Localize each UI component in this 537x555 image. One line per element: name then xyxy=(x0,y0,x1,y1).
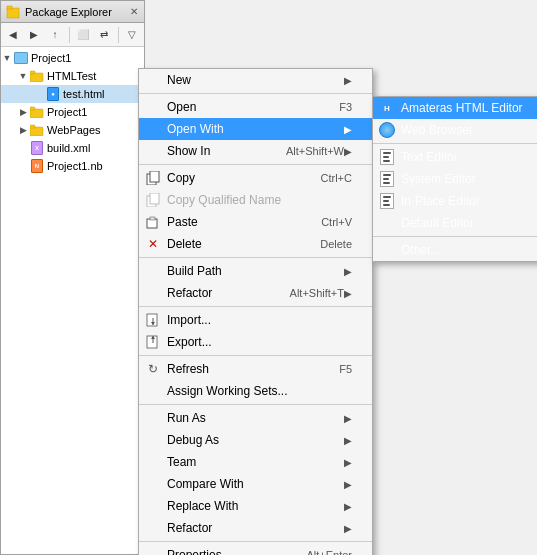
project1-sub-label: Project1 xyxy=(47,106,87,118)
submenu-web-browser[interactable]: Web Browser xyxy=(373,119,537,141)
svg-rect-13 xyxy=(150,217,155,220)
svg-rect-3 xyxy=(30,71,35,74)
tree-item-test-html[interactable]: ● test.html xyxy=(1,85,144,103)
project1-icon xyxy=(13,50,29,66)
context-menu: New ▶ Open F3 Open With ▶ H Amateras HTM… xyxy=(138,68,373,555)
export-icon xyxy=(145,334,161,350)
other-label: Other... xyxy=(401,243,440,257)
menu-item-refactor2[interactable]: Refactor ▶ xyxy=(139,517,372,539)
menu-item-show-in[interactable]: Show In Alt+Shift+W ▶ xyxy=(139,140,372,162)
svg-rect-2 xyxy=(30,73,43,82)
menu-item-delete[interactable]: ✕ Delete Delete xyxy=(139,233,372,255)
menu-new-arrow: ▶ xyxy=(344,75,352,86)
copy-icon xyxy=(145,170,161,186)
menu-item-run-as[interactable]: Run As ▶ xyxy=(139,407,372,429)
menu-item-build-path[interactable]: Build Path ▶ xyxy=(139,260,372,282)
menu-refactor-shortcut: Alt+Shift+T xyxy=(290,287,344,299)
menu-item-replace-with[interactable]: Replace With ▶ xyxy=(139,495,372,517)
menu-properties-shortcut: Alt+Enter xyxy=(306,549,352,555)
submenu-system-editor[interactable]: System Editor xyxy=(373,168,537,190)
svg-rect-6 xyxy=(30,127,43,136)
tree-item-htmltest[interactable]: ▼ HTMLTest xyxy=(1,67,144,85)
menu-sep-3 xyxy=(139,257,372,258)
toolbar-back-button[interactable]: ◀ xyxy=(3,25,22,45)
menu-run-as-arrow: ▶ xyxy=(344,413,352,424)
tree-item-project1-nb[interactable]: N Project1.nb xyxy=(1,157,144,175)
tree-expand-htmltest[interactable]: ▼ xyxy=(17,70,29,82)
menu-item-refactor[interactable]: Refactor Alt+Shift+T ▶ xyxy=(139,282,372,304)
menu-team-arrow: ▶ xyxy=(344,457,352,468)
menu-refactor2-label: Refactor xyxy=(167,521,344,535)
package-explorer-icon xyxy=(5,4,21,20)
menu-item-assign-working-sets[interactable]: Assign Working Sets... xyxy=(139,380,372,402)
menu-delete-shortcut: Delete xyxy=(320,238,352,250)
menu-item-team[interactable]: Team ▶ xyxy=(139,451,372,473)
menu-item-debug-as[interactable]: Debug As ▶ xyxy=(139,429,372,451)
import-icon xyxy=(145,312,161,328)
toolbar-up-button[interactable]: ↑ xyxy=(45,25,64,45)
menu-refresh-shortcut: F5 xyxy=(339,363,352,375)
tree-expand-webpages[interactable]: ▶ xyxy=(17,124,29,136)
submenu-other[interactable]: Other... xyxy=(373,239,537,261)
menu-item-paste[interactable]: Paste Ctrl+V xyxy=(139,211,372,233)
htmltest-label: HTMLTest xyxy=(47,70,96,82)
submenu-inplace-editor[interactable]: In-Place Editor xyxy=(373,190,537,212)
toolbar-sep-1 xyxy=(69,27,70,43)
menu-refactor-arrow: ▶ xyxy=(344,288,352,299)
submenu-sep-1 xyxy=(373,143,537,144)
panel-title-bar: Package Explorer ✕ xyxy=(1,1,144,23)
menu-item-export[interactable]: Export... xyxy=(139,331,372,353)
menu-paste-label: Paste xyxy=(167,215,301,229)
inplace-editor-icon xyxy=(377,191,397,211)
menu-item-open-with[interactable]: Open With ▶ H Amateras HTML Editor Web B… xyxy=(139,118,372,140)
submenu-amateras-html[interactable]: H Amateras HTML Editor xyxy=(373,97,537,119)
menu-item-properties[interactable]: Properties Alt+Enter xyxy=(139,544,372,555)
tree-item-webpages[interactable]: ▶ WebPages xyxy=(1,121,144,139)
submenu-default-editor[interactable]: Default Editor xyxy=(373,212,537,234)
build-xml-label: build.xml xyxy=(47,142,90,154)
submenu-text-editor[interactable]: Text Editor xyxy=(373,146,537,168)
tree-no-expand xyxy=(33,88,45,100)
menu-sep-6 xyxy=(139,404,372,405)
tree-item-build-xml[interactable]: X build.xml xyxy=(1,139,144,157)
menu-replace-label: Replace With xyxy=(167,499,344,513)
toolbar-link-button[interactable]: ⇄ xyxy=(95,25,114,45)
menu-open-label: Open xyxy=(167,100,319,114)
test-html-icon: ● xyxy=(45,86,61,102)
menu-build-path-arrow: ▶ xyxy=(344,266,352,277)
svg-rect-11 xyxy=(150,193,159,204)
menu-new-label: New xyxy=(167,73,344,87)
toolbar-collapse-button[interactable]: ⬜ xyxy=(74,25,93,45)
menu-item-new[interactable]: New ▶ xyxy=(139,69,372,91)
tree-item-project1-root[interactable]: ▼ Project1 xyxy=(1,49,144,67)
svg-rect-5 xyxy=(30,107,35,110)
menu-refresh-label: Refresh xyxy=(167,362,319,376)
menu-export-label: Export... xyxy=(167,335,352,349)
toolbar-sep-2 xyxy=(118,27,119,43)
inplace-editor-label: In-Place Editor xyxy=(401,194,480,208)
menu-build-path-label: Build Path xyxy=(167,264,344,278)
menu-delete-label: Delete xyxy=(167,237,300,251)
menu-item-import[interactable]: Import... xyxy=(139,309,372,331)
panel-close-button[interactable]: ✕ xyxy=(128,6,140,18)
menu-item-copy[interactable]: Copy Ctrl+C xyxy=(139,167,372,189)
toolbar-menu-button[interactable]: ▽ xyxy=(123,25,142,45)
tree-expand-project1-sub[interactable]: ▶ xyxy=(17,106,29,118)
tree-item-project1-sub[interactable]: ▶ Project1 xyxy=(1,103,144,121)
paste-icon xyxy=(145,214,161,230)
tree-no-expand-nb xyxy=(17,160,29,172)
menu-item-compare-with[interactable]: Compare With ▶ xyxy=(139,473,372,495)
tree-expand-project1[interactable]: ▼ xyxy=(1,52,13,64)
menu-show-in-arrow: ▶ xyxy=(344,146,352,157)
package-explorer-panel: Package Explorer ✕ ◀ ▶ ↑ ⬜ ⇄ ▽ ▼ Project… xyxy=(0,0,145,555)
svg-rect-14 xyxy=(147,314,157,326)
web-browser-icon xyxy=(377,120,397,140)
menu-copy-qualified-label: Copy Qualified Name xyxy=(167,193,352,207)
menu-item-refresh[interactable]: ↻ Refresh F5 xyxy=(139,358,372,380)
web-browser-label: Web Browser xyxy=(401,123,473,137)
webpages-icon xyxy=(29,122,45,138)
toolbar-forward-button[interactable]: ▶ xyxy=(24,25,43,45)
menu-item-open[interactable]: Open F3 xyxy=(139,96,372,118)
project1-label: Project1 xyxy=(31,52,71,64)
svg-rect-7 xyxy=(30,125,35,128)
